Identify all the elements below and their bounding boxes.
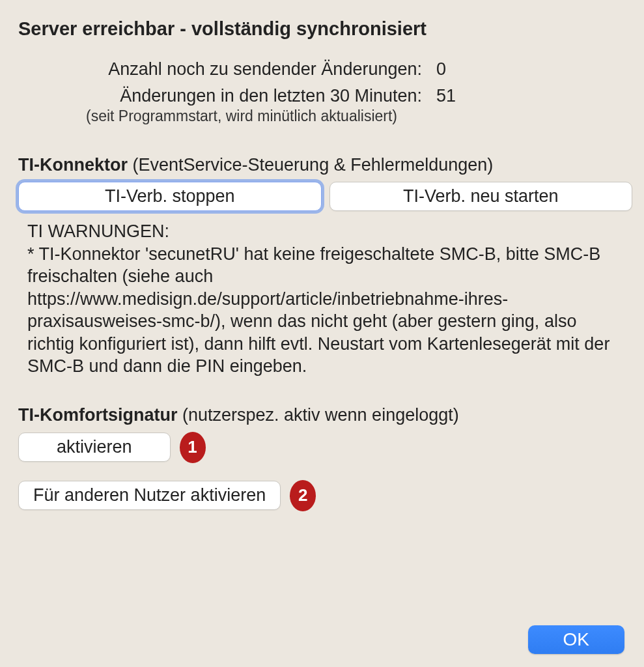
pending-changes-label: Anzahl noch zu sendender Änderungen:: [70, 59, 422, 79]
activate-other-row: Für anderen Nutzer aktivieren 2: [18, 480, 632, 511]
annotation-badge-1: 1: [180, 432, 206, 463]
footer-actions: OK: [528, 625, 624, 654]
recent-changes-value: 51: [436, 86, 456, 106]
recent-changes-label: Änderungen in den letzten 30 Minuten:: [70, 86, 422, 106]
sync-stats: Anzahl noch zu sendender Änderungen: 0 Ä…: [70, 59, 632, 125]
ti-connector-title: TI-Konnektor: [18, 155, 128, 175]
ti-warnings: TI WARNUNGEN: * TI-Konnektor 'secunetRU'…: [27, 220, 627, 378]
ti-warnings-body: * TI-Konnektor 'secunetRU' hat keine fre…: [27, 243, 627, 378]
pending-changes-row: Anzahl noch zu sendender Änderungen: 0: [70, 59, 632, 79]
ti-restart-button[interactable]: TI-Verb. neu starten: [329, 182, 633, 211]
ti-warnings-heading: TI WARNUNGEN:: [27, 220, 627, 243]
dialog-panel: Server erreichbar - vollständig synchron…: [0, 0, 644, 667]
ti-connector-buttons: TI-Verb. stoppen TI-Verb. neu starten: [18, 182, 632, 211]
ti-signature-title: TI-Komfortsignatur: [18, 405, 177, 425]
recent-changes-note: (seit Programmstart, wird minütlich aktu…: [86, 107, 632, 125]
ti-connector-heading: TI-Konnektor (EventService-Steuerung & F…: [18, 155, 632, 175]
activate-button[interactable]: aktivieren: [18, 433, 171, 462]
activate-other-user-button[interactable]: Für anderen Nutzer aktivieren: [18, 481, 281, 510]
ok-button[interactable]: OK: [528, 625, 624, 654]
pending-changes-value: 0: [436, 59, 456, 79]
ti-connector-subtitle: (EventService-Steuerung & Fehlermeldunge…: [128, 155, 493, 175]
annotation-badge-2: 2: [290, 480, 316, 511]
header-title: Server erreichbar - vollständig synchron…: [18, 18, 632, 40]
recent-changes-row: Änderungen in den letzten 30 Minuten: 51: [70, 86, 632, 106]
ti-stop-button[interactable]: TI-Verb. stoppen: [18, 182, 322, 211]
ti-signature-subtitle: (nutzerspez. aktiv wenn eingeloggt): [177, 405, 458, 425]
ti-signature-heading: TI-Komfortsignatur (nutzerspez. aktiv we…: [18, 405, 632, 425]
activate-row: aktivieren 1: [18, 432, 632, 463]
